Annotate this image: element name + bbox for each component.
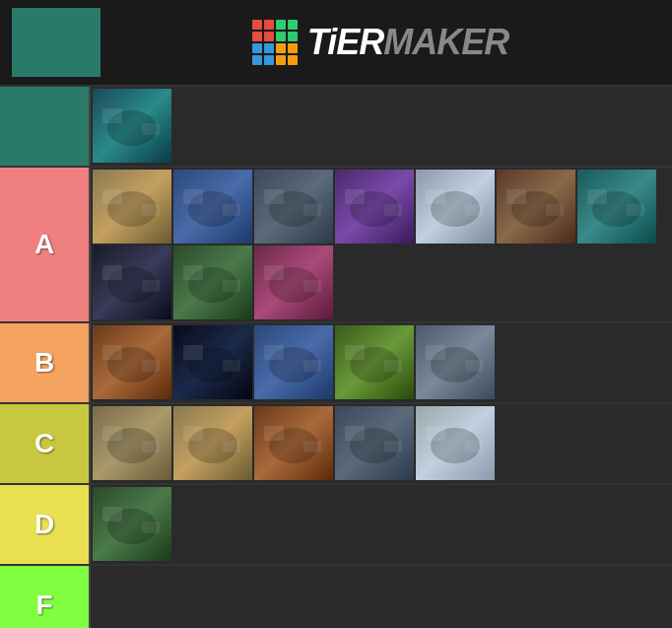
svg-rect-54: [264, 345, 284, 360]
logo-cell-15: [288, 55, 298, 65]
logo-cell-9: [264, 43, 274, 53]
svg-rect-18: [345, 189, 365, 204]
tier-items-f: [89, 566, 672, 628]
tier-items-s: [89, 87, 672, 166]
svg-rect-23: [465, 204, 483, 216]
svg-rect-42: [264, 265, 284, 280]
svg-rect-50: [183, 345, 203, 360]
svg-rect-71: [223, 441, 240, 453]
svg-rect-3: [142, 123, 160, 135]
logo-cell-5: [264, 32, 274, 41]
logo-cell-14: [276, 55, 286, 65]
tier-label-a: A: [0, 168, 89, 321]
header: TiERMAKER: [0, 0, 672, 85]
tiermaker-container: TiERMAKER ABCDF: [0, 0, 672, 628]
svg-rect-15: [303, 204, 321, 216]
svg-rect-38: [183, 265, 203, 280]
svg-rect-26: [506, 189, 526, 204]
svg-rect-7: [142, 204, 160, 216]
map-item-a3[interactable]: [254, 170, 333, 244]
map-item-a8[interactable]: [93, 245, 171, 319]
svg-rect-79: [384, 441, 402, 453]
svg-rect-82: [426, 426, 445, 441]
map-item-c1[interactable]: [93, 406, 171, 480]
logo-grid: [252, 20, 298, 65]
svg-rect-46: [102, 345, 122, 360]
svg-rect-78: [345, 426, 365, 441]
map-item-a2[interactable]: [173, 170, 252, 244]
logo-cell-12: [252, 55, 262, 65]
svg-rect-14: [264, 189, 284, 204]
map-item-a4[interactable]: [335, 170, 414, 244]
svg-rect-11: [223, 204, 240, 216]
svg-rect-27: [546, 204, 564, 216]
map-item-b2[interactable]: [173, 325, 252, 399]
svg-rect-58: [345, 345, 365, 360]
svg-rect-35: [142, 280, 160, 292]
map-item-a1[interactable]: [93, 170, 171, 244]
svg-rect-19: [384, 204, 402, 216]
tier-row-f: F: [0, 564, 672, 628]
map-item-b1[interactable]: [93, 325, 171, 399]
map-item-b4[interactable]: [335, 325, 414, 399]
svg-rect-74: [264, 426, 284, 441]
svg-rect-62: [426, 345, 445, 360]
svg-rect-83: [465, 441, 483, 453]
logo-cell-13: [264, 55, 274, 65]
map-item-a10[interactable]: [254, 245, 333, 319]
map-item-s1[interactable]: [93, 89, 171, 163]
logo-cell-0: [252, 20, 262, 30]
svg-rect-47: [142, 360, 160, 372]
tier-label-b: B: [0, 323, 89, 402]
tier-label-s: [0, 87, 89, 166]
map-item-b5[interactable]: [416, 325, 495, 399]
tier-label-c: C: [0, 404, 89, 483]
map-item-c3[interactable]: [254, 406, 333, 480]
logo-cell-6: [276, 32, 286, 41]
logo-cell-10: [276, 43, 286, 53]
map-item-c5[interactable]: [416, 406, 495, 480]
map-item-c4[interactable]: [335, 406, 414, 480]
logo-text: TiERMAKER: [307, 22, 508, 63]
tier-row-d: D: [0, 483, 672, 564]
map-item-c2[interactable]: [173, 406, 252, 480]
svg-rect-30: [587, 189, 607, 204]
svg-rect-70: [183, 426, 203, 441]
svg-rect-2: [102, 108, 122, 123]
svg-rect-6: [102, 189, 122, 204]
svg-rect-22: [426, 189, 445, 204]
header-title-box: [12, 8, 101, 77]
svg-rect-66: [102, 426, 122, 441]
svg-rect-59: [384, 360, 402, 372]
map-item-d1[interactable]: [93, 487, 171, 561]
logo-cell-2: [276, 20, 286, 30]
svg-rect-86: [102, 507, 122, 522]
map-item-a7[interactable]: [577, 170, 656, 244]
svg-rect-67: [142, 441, 160, 453]
svg-rect-63: [465, 360, 483, 372]
tier-row-s: [0, 85, 672, 166]
logo-cell-11: [288, 43, 298, 53]
map-item-a5[interactable]: [416, 170, 495, 244]
svg-rect-75: [303, 441, 321, 453]
svg-rect-51: [223, 360, 240, 372]
logo-cell-8: [252, 43, 262, 53]
tier-items-b: [89, 323, 672, 402]
svg-rect-39: [223, 280, 240, 292]
map-item-a9[interactable]: [173, 245, 252, 319]
svg-rect-43: [303, 280, 321, 292]
svg-rect-31: [627, 204, 644, 216]
logo-cell-3: [288, 20, 298, 30]
tier-items-d: [89, 485, 672, 564]
tier-items-c: [89, 404, 672, 483]
map-item-a6[interactable]: [497, 170, 575, 244]
svg-rect-87: [142, 522, 160, 533]
tier-row-c: C: [0, 402, 672, 483]
svg-rect-34: [102, 265, 122, 280]
tier-label-f: F: [0, 566, 89, 628]
header-logo: TiERMAKER: [101, 20, 660, 65]
map-item-b3[interactable]: [254, 325, 333, 399]
svg-rect-10: [183, 189, 203, 204]
tiermaker-logo: TiERMAKER: [252, 20, 508, 65]
logo-cell-7: [288, 32, 298, 41]
